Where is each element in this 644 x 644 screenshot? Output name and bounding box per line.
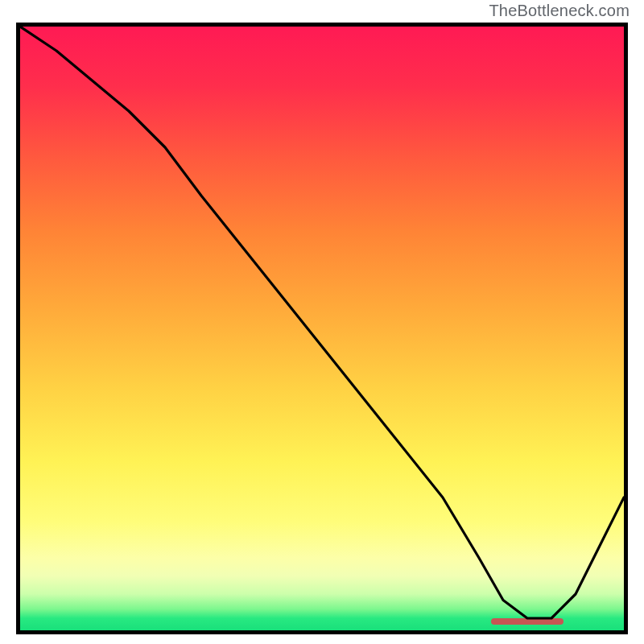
attribution-label: TheBottleneck.com	[489, 2, 630, 20]
bottleneck-curve	[20, 27, 624, 630]
chart-plot-area	[16, 23, 628, 634]
